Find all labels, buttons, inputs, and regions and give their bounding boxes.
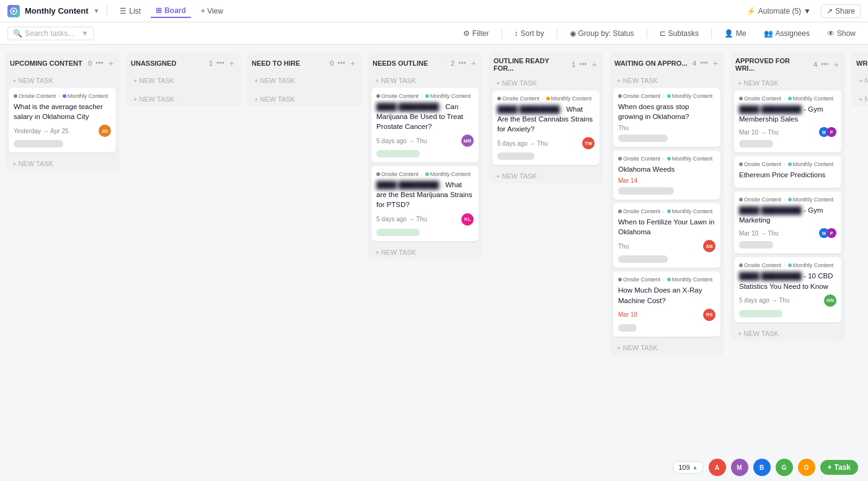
card-needs_outline-1[interactable]: Onsite Content › Monthly Content ████ ██… bbox=[371, 166, 479, 240]
column-add-needs_outline[interactable]: + bbox=[470, 57, 477, 69]
card-approved_writing-1[interactable]: Onsite Content › Monthly Content Ethereu… bbox=[734, 156, 841, 188]
subtasks-button[interactable]: ⊏ Subtasks bbox=[655, 27, 704, 40]
card-approved_writing-3[interactable]: Onsite Content › Monthly Content ████ ██… bbox=[734, 257, 841, 322]
new-task-bottom-need_to_hire[interactable]: + NEW TASK bbox=[250, 93, 358, 105]
add-view-button[interactable]: + View bbox=[196, 5, 228, 17]
filter-button[interactable]: ⚙ Filter bbox=[458, 27, 494, 40]
meta-dot-monthly bbox=[788, 198, 792, 201]
board-view-button[interactable]: ⊞ Board bbox=[151, 4, 191, 18]
meta-arrow: › bbox=[58, 94, 60, 99]
card-upcoming-0[interactable]: Onsite Content › Monthly Content What is… bbox=[9, 88, 116, 152]
list-icon: ☰ bbox=[120, 7, 126, 15]
card-avatar: GN bbox=[824, 294, 836, 307]
bottom-avatar-0[interactable]: A bbox=[709, 459, 726, 476]
new-task-bottom-needs_outline[interactable]: + NEW TASK bbox=[371, 246, 479, 258]
search-box[interactable]: 🔍 Search tasks... ▼ bbox=[7, 27, 94, 40]
automate-button[interactable]: ⚡ Automate (5) ▼ bbox=[742, 5, 816, 17]
assignees-button[interactable]: 👥 Assignees bbox=[759, 27, 815, 40]
filter-icon: ⚙ bbox=[463, 29, 470, 38]
card-title: What is the average teacher salary in Ok… bbox=[14, 102, 111, 121]
meta-dot-onsite bbox=[618, 278, 622, 281]
card-tags bbox=[739, 241, 836, 249]
group-button[interactable]: ◉ Group by: Status bbox=[565, 27, 639, 40]
column-waiting_approval: WAITING ON APPRO... 4 ••• + + NEW TASK O… bbox=[609, 52, 724, 355]
card-needs_outline-0[interactable]: Onsite Content › Monthly Content ████ ██… bbox=[371, 88, 479, 162]
new-task-top-unassigned[interactable]: + NEW TASK bbox=[130, 74, 237, 87]
new-task-top-waiting_approval[interactable]: + NEW TASK bbox=[613, 74, 720, 87]
card-waiting_approval-1[interactable]: Onsite Content › Monthly Content Oklahom… bbox=[613, 151, 720, 200]
new-task-top-need_to_hire[interactable]: + NEW TASK bbox=[250, 74, 358, 87]
meta-dot-onsite bbox=[739, 263, 743, 267]
share-button[interactable]: ↗ Share bbox=[821, 4, 861, 18]
column-header-approved_writing: APPROVED FOR WRI... 4 ••• + bbox=[730, 52, 845, 76]
card-date: 5 days ago → Thu bbox=[497, 140, 548, 147]
column-add-waiting_approval[interactable]: + bbox=[712, 57, 719, 69]
column-menu-need_to_hire[interactable]: ••• bbox=[336, 58, 347, 69]
new-task-bottom-written[interactable]: + NEW TASK bbox=[855, 93, 868, 105]
column-menu-needs_outline[interactable]: ••• bbox=[457, 58, 467, 69]
card-tag-blurred bbox=[14, 140, 63, 148]
list-view-button[interactable]: ☰ List bbox=[115, 5, 146, 17]
card-footer: Mar 18 RS bbox=[618, 309, 715, 321]
card-waiting_approval-2[interactable]: Onsite Content › Monthly Content When to… bbox=[613, 203, 720, 268]
column-menu-upcoming[interactable]: ••• bbox=[94, 58, 105, 69]
card-title-prefix: ████ ████████ bbox=[739, 206, 802, 214]
new-task-bottom-unassigned[interactable]: + NEW TASK bbox=[130, 93, 237, 105]
column-add-approved_writing[interactable]: + bbox=[833, 58, 840, 71]
column-add-upcoming[interactable]: + bbox=[107, 57, 115, 69]
card-tag-blurred bbox=[618, 135, 668, 142]
sort-button[interactable]: ↕ Sort by bbox=[510, 27, 549, 40]
card-waiting_approval-0[interactable]: Onsite Content › Monthly Content When do… bbox=[613, 88, 720, 147]
new-task-top-needs_outline[interactable]: + NEW TASK bbox=[371, 74, 479, 87]
new-task-top-outline_ready[interactable]: + NEW TASK bbox=[492, 77, 600, 89]
toolbar: 🔍 Search tasks... ▼ ⚙ Filter ↕ Sort by ◉… bbox=[0, 22, 868, 45]
show-button[interactable]: 👁 Show bbox=[822, 27, 861, 40]
new-task-bottom-waiting_approval[interactable]: + NEW TASK bbox=[613, 342, 720, 354]
bottom-avatar-1[interactable]: M bbox=[731, 459, 748, 476]
column-body-waiting_approval: Onsite Content › Monthly Content When do… bbox=[609, 88, 724, 340]
board-icon: ⊞ bbox=[156, 6, 162, 15]
new-task-top-written[interactable]: + NEW TASK bbox=[855, 74, 868, 87]
me-button[interactable]: 👤 Me bbox=[719, 27, 751, 40]
card-meta: Onsite Content › Monthly Content bbox=[739, 95, 836, 102]
automate-icon: ⚡ bbox=[746, 7, 756, 15]
new-task-button[interactable]: + Task bbox=[820, 460, 858, 475]
new-task-bottom-approved_writing[interactable]: + NEW TASK bbox=[734, 327, 841, 340]
card-tags bbox=[739, 140, 836, 148]
column-menu-unassigned[interactable]: ••• bbox=[215, 58, 226, 69]
card-tags bbox=[739, 310, 836, 317]
card-meta: Onsite Content › Monthly Content bbox=[618, 208, 715, 214]
card-tag-blurred bbox=[739, 140, 773, 148]
new-task-top-approved_writing[interactable]: + NEW TASK bbox=[734, 77, 841, 89]
card-approved_writing-2[interactable]: Onsite Content › Monthly Content ████ ██… bbox=[734, 192, 841, 254]
bottom-avatar-2[interactable]: B bbox=[753, 459, 771, 476]
card-outline_ready-0[interactable]: Onsite Content › Monthly Content ████ ██… bbox=[492, 90, 600, 165]
nav-divider bbox=[107, 6, 107, 17]
card-footer: 5 days ago → Thu TW bbox=[497, 137, 595, 149]
column-menu-outline_ready[interactable]: ••• bbox=[578, 59, 588, 70]
card-avatar-2: P bbox=[826, 127, 836, 137]
card-title-prefix: ████ ████████ - bbox=[376, 103, 443, 110]
new-task-top-upcoming[interactable]: + NEW TASK bbox=[9, 74, 116, 87]
card-approved_writing-0[interactable]: Onsite Content › Monthly Content ████ ██… bbox=[734, 90, 841, 152]
meta-arrow: › bbox=[784, 162, 786, 167]
card-waiting_approval-3[interactable]: Onsite Content › Monthly Content How Muc… bbox=[613, 271, 720, 336]
column-count-unassigned: 1 bbox=[209, 60, 213, 67]
new-task-bottom-upcoming[interactable]: + NEW TASK bbox=[9, 157, 116, 170]
search-dropdown-icon: ▼ bbox=[81, 29, 89, 38]
meta-onsite: Onsite Content bbox=[618, 208, 660, 214]
column-menu-waiting_approval[interactable]: ••• bbox=[699, 58, 709, 69]
bottom-avatar-4[interactable]: O bbox=[798, 459, 815, 476]
column-title-upcoming: UPCOMING CONTENT bbox=[10, 60, 84, 67]
card-meta: Onsite Content › Monthly Content bbox=[14, 93, 111, 99]
card-meta: Onsite Content › Monthly Content bbox=[376, 171, 474, 177]
column-menu-approved_writing[interactable]: ••• bbox=[820, 59, 830, 70]
meta-monthly: Monthly Content bbox=[667, 156, 713, 162]
nav-dropdown-icon[interactable]: ▼ bbox=[94, 7, 100, 14]
bottom-avatar-3[interactable]: G bbox=[776, 459, 793, 476]
column-add-outline_ready[interactable]: + bbox=[591, 58, 598, 71]
board: UPCOMING CONTENT 0 ••• + + NEW TASK Onsi… bbox=[0, 45, 868, 481]
new-task-bottom-outline_ready[interactable]: + NEW TASK bbox=[492, 170, 600, 182]
column-add-need_to_hire[interactable]: + bbox=[349, 57, 356, 69]
column-add-unassigned[interactable]: + bbox=[228, 57, 236, 69]
